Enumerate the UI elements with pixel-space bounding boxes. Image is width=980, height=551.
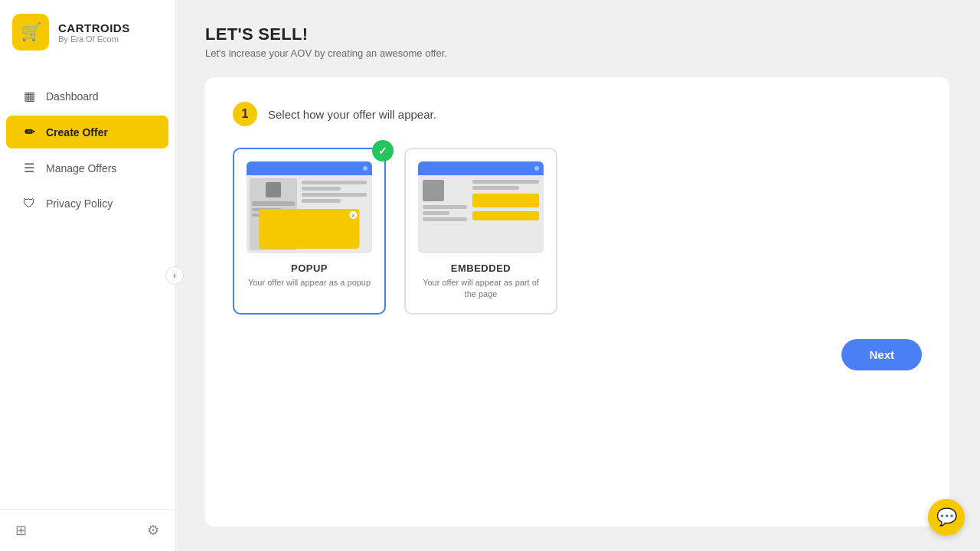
create-offer-icon: ✏ [21, 125, 37, 139]
step-label: Select how your offer will appear. [268, 108, 436, 121]
sidebar-footer: ⊞ ⚙ [0, 509, 175, 551]
popup-offer-desc: Your offer will appear as a popup [247, 277, 372, 289]
logo-title: CARTROIDS [58, 21, 130, 34]
page-title: LET'S SELL! [205, 24, 949, 44]
settings-icon[interactable]: ⚙ [147, 522, 159, 539]
privacy-policy-icon: 🛡 [21, 197, 37, 210]
page-subtitle: Let's increase your AOV by creating an a… [205, 47, 949, 59]
sidebar-nav: ▦ Dashboard ✏ Create Offer ☰ Manage Offe… [0, 64, 175, 509]
logo-text: CARTROIDS By Era Of Ecom [58, 21, 130, 44]
sidebar-header: 🛒 CARTROIDS By Era Of Ecom [0, 0, 175, 64]
embedded-offer-desc: Your offer will appear as part of the pa… [418, 277, 544, 301]
manage-offers-icon: ☰ [21, 161, 37, 175]
logo-subtitle: By Era Of Ecom [58, 34, 130, 44]
sidebar-item-manage-offers[interactable]: ☰ Manage Offers [6, 152, 168, 184]
next-button[interactable]: Next [841, 339, 922, 370]
step-badge: 1 [233, 102, 257, 126]
card-footer: Next [233, 339, 922, 370]
popup-preview-image: ✕ [247, 161, 372, 253]
embedded-preview-image [418, 161, 544, 253]
offer-options: ✓ [233, 148, 922, 315]
popup-offer-name: POPUP [247, 262, 372, 274]
sidebar-item-privacy-policy[interactable]: 🛡 Privacy Policy [6, 187, 168, 220]
collapse-button[interactable]: ‹ [165, 266, 184, 285]
sidebar-item-dashboard-label: Dashboard [46, 90, 99, 103]
sidebar-item-create-offer-label: Create Offer [46, 126, 108, 139]
main-content: LET'S SELL! Let's increase your AOV by c… [175, 0, 980, 551]
sidebar-item-privacy-policy-label: Privacy Policy [46, 197, 113, 210]
embedded-offer-name: EMBEDDED [418, 262, 544, 274]
dashboard-icon: ▦ [21, 89, 37, 103]
sidebar-item-manage-offers-label: Manage Offers [46, 162, 116, 174]
main-card: 1 Select how your offer will appear. ✓ [205, 77, 949, 527]
offer-card-embedded[interactable]: EMBEDDED Your offer will appear as part … [404, 148, 557, 315]
sidebar: 🛒 CARTROIDS By Era Of Ecom ‹ ▦ Dashboard… [0, 0, 175, 551]
sidebar-item-dashboard[interactable]: ▦ Dashboard [6, 80, 168, 112]
sidebar-item-create-offer[interactable]: ✏ Create Offer [6, 116, 168, 148]
step-header: 1 Select how your offer will appear. [233, 102, 922, 126]
chat-button[interactable]: 💬 [928, 499, 965, 536]
logo-icon: 🛒 [12, 14, 49, 51]
grid-icon[interactable]: ⊞ [15, 522, 27, 539]
page-header: LET'S SELL! Let's increase your AOV by c… [205, 24, 949, 59]
selected-check-popup: ✓ [372, 140, 394, 161]
offer-card-popup[interactable]: ✓ [233, 148, 386, 315]
